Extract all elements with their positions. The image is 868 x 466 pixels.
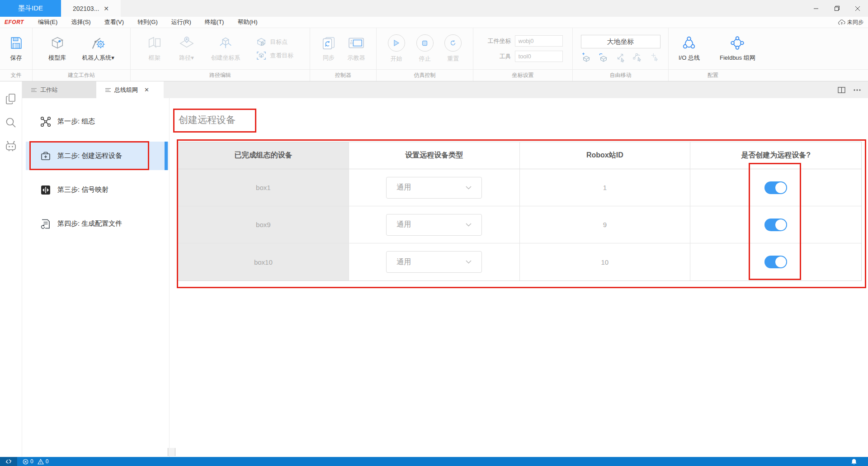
tab-bus-network-close-icon[interactable]: ✕ (144, 86, 149, 93)
model-library-label: 模型库 (48, 54, 66, 62)
device-type-value: 通用 (396, 183, 411, 192)
toolbar: 保存 文件 模型库 (0, 28, 868, 81)
sync-status[interactable]: 未同步 (838, 19, 868, 26)
tab-bus-network[interactable]: 总线组网 ✕ (96, 81, 164, 98)
target-point-label: 目标点 (270, 38, 288, 46)
activity-bar (0, 81, 22, 457)
menu-edit[interactable]: 编辑(E) (31, 18, 64, 26)
path-button[interactable]: 路径▾ (179, 35, 195, 62)
menu-run[interactable]: 运行(R) (165, 18, 198, 26)
frame-label: 框架 (149, 54, 160, 62)
minimize-icon (813, 6, 819, 11)
menu-help[interactable]: 帮助(H) (231, 18, 264, 26)
scale-cursor-icon[interactable] (615, 52, 626, 62)
model-library-icon (50, 35, 65, 51)
tool-input[interactable] (515, 51, 563, 62)
document-tab-close-icon[interactable]: ✕ (104, 5, 109, 12)
robot-system-button[interactable]: 机器人系统▾ (82, 35, 114, 62)
step-2-label: 第二步: 创建远程设备 (57, 152, 122, 160)
path-icon (179, 35, 195, 51)
rotate-object-icon[interactable] (598, 52, 609, 62)
chevron-down-icon (466, 260, 472, 264)
group-label-controller: 控制器 (310, 70, 376, 81)
step-2-item[interactable]: 第二步: 创建远程设备 (26, 142, 169, 170)
more-actions-icon[interactable] (854, 89, 861, 91)
stop-button[interactable]: 停止 (416, 34, 434, 63)
close-icon (855, 6, 860, 11)
node-edit-cursor-icon[interactable] (632, 52, 643, 62)
list-icon (105, 88, 111, 92)
search-icon[interactable] (5, 117, 17, 128)
teach-pendant-icon (347, 35, 365, 51)
menu-terminal[interactable]: 终端(T) (198, 18, 231, 26)
remote-device-toggle[interactable] (764, 219, 787, 231)
menu-selection[interactable]: 选择(S) (64, 18, 97, 26)
save-button[interactable]: 保存 (9, 35, 24, 62)
create-coord-button[interactable]: 创建坐标系 (211, 35, 240, 62)
teach-pendant-button[interactable]: 示教器 (347, 35, 365, 62)
tab-workstation[interactable]: 工作站 (22, 81, 96, 98)
toggle-knob (775, 219, 786, 230)
configuration-icon (40, 116, 51, 127)
device-type-select[interactable]: 通用 (386, 214, 482, 236)
signal-mapping-icon (40, 185, 51, 195)
create-coordinate-icon (218, 35, 233, 51)
save-icon (9, 35, 24, 51)
device-type-cell: 通用 (349, 243, 520, 281)
device-type-select[interactable]: 通用 (386, 251, 482, 273)
window-controls (806, 0, 868, 17)
step-3-label: 第三步: 信号映射 (57, 185, 108, 194)
split-editor-icon[interactable] (838, 87, 845, 93)
explorer-icon[interactable] (5, 93, 17, 105)
problems-summary[interactable]: 0 0 (17, 458, 48, 465)
robot-icon[interactable] (5, 140, 17, 152)
device-type-select[interactable]: 通用 (386, 177, 482, 199)
fieldbus-label: Fieldbus 组网 (720, 54, 755, 62)
path-label: 路径▾ (179, 54, 194, 62)
close-button[interactable] (847, 0, 868, 17)
sync-button[interactable]: 同步 (321, 35, 336, 62)
menu-view[interactable]: 查看(V) (98, 18, 131, 26)
main-area: 工作站 总线组网 ✕ 第一步: 组态 (0, 81, 868, 457)
reset-button[interactable]: 重置 (444, 34, 462, 63)
stop-label: 停止 (419, 55, 431, 63)
minimize-button[interactable] (806, 0, 826, 17)
view-target-button[interactable]: 查看目标 (256, 51, 293, 60)
app-tab[interactable]: 墨斗IDE (0, 0, 61, 17)
tab-workstation-label: 工作站 (40, 86, 58, 94)
panel-resize-handle[interactable] (168, 448, 175, 456)
robot-system-icon (90, 35, 106, 51)
steps-panel: 第一步: 组态 第二步: 创建远程设备 第三步: 信号映射 (22, 98, 170, 457)
fieldbus-button[interactable]: Fieldbus 组网 (720, 35, 755, 62)
document-tab[interactable]: 202103... ✕ (61, 0, 121, 17)
toolbar-group-freemove: 大地坐标 自由移动 (573, 28, 669, 81)
start-button[interactable]: 开始 (388, 34, 405, 63)
chevron-down-icon (466, 186, 472, 190)
station-id-cell: 9 (520, 206, 691, 243)
restore-button[interactable] (826, 0, 847, 17)
target-point-button[interactable]: 目标点 (256, 38, 293, 47)
io-bus-icon (681, 35, 697, 51)
io-bus-button[interactable]: I/O 总线 (679, 35, 700, 62)
remote-indicator[interactable] (0, 457, 17, 466)
step-1-item[interactable]: 第一步: 组态 (22, 107, 170, 136)
step-3-item[interactable]: 第三步: 信号映射 (22, 176, 170, 204)
tool-label: 工具 (483, 52, 511, 61)
wobj-input[interactable] (515, 35, 563, 47)
notifications-button[interactable] (851, 458, 868, 465)
step-4-item[interactable]: 第四步: 生成配置文件 (22, 209, 170, 238)
remote-device-toggle[interactable] (764, 181, 787, 194)
model-library-button[interactable]: 模型库 (48, 35, 66, 62)
editor-actions (838, 81, 868, 98)
menu-goto[interactable]: 转到(G) (131, 18, 165, 26)
frame-button[interactable]: 框架 (147, 35, 162, 62)
move-object-icon[interactable] (581, 52, 592, 62)
device-type-cell: 通用 (349, 169, 520, 206)
free-move-cursor-icon[interactable] (650, 52, 660, 62)
device-type-value: 通用 (396, 257, 411, 267)
world-coord-select[interactable]: 大地坐标 (581, 35, 660, 48)
remote-device-toggle[interactable] (764, 256, 787, 268)
page-title: 创建远程设备 (179, 114, 236, 126)
column-header-type: 设置远程设备类型 (349, 142, 520, 169)
save-label: 保存 (10, 54, 22, 62)
